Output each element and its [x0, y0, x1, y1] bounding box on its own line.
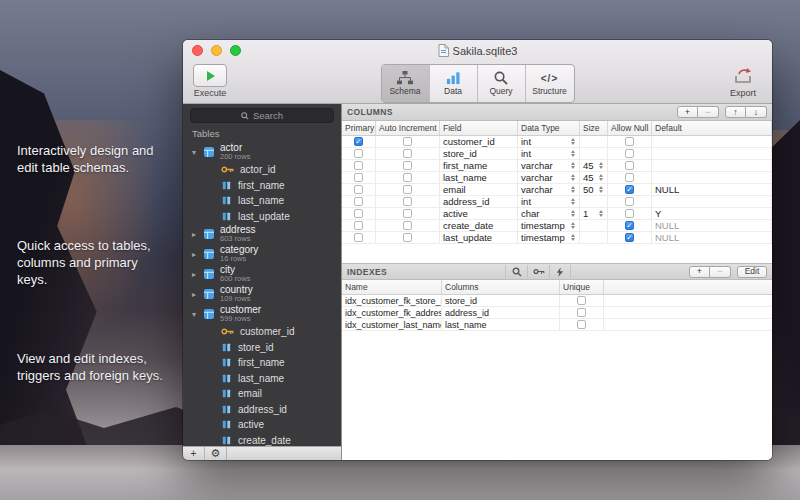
field-name[interactable]: email [443, 184, 466, 195]
stepper-icon[interactable] [599, 210, 604, 217]
disclosure-closed-icon[interactable]: ▸ [192, 230, 202, 239]
data-type-value[interactable]: varchar [521, 172, 553, 183]
primary-checkbox[interactable] [354, 221, 363, 230]
size-value[interactable]: 50 [583, 184, 594, 195]
stepper-icon[interactable] [571, 150, 576, 157]
disclosure-closed-icon[interactable]: ▸ [192, 290, 202, 299]
index-columns[interactable]: store_id [445, 296, 477, 306]
add-table-button[interactable]: + [183, 447, 205, 460]
stepper-icon[interactable] [571, 222, 576, 229]
auto-increment-checkbox[interactable] [403, 233, 412, 242]
index-name[interactable]: idx_customer_last_name [345, 320, 442, 330]
column-row[interactable]: ✓customer_idint [342, 136, 772, 148]
sidebar-column-row[interactable]: last_name [183, 371, 341, 387]
auto-increment-checkbox[interactable] [403, 209, 412, 218]
field-name[interactable]: first_name [443, 160, 487, 171]
allow-null-checkbox[interactable]: ✓ [625, 233, 634, 242]
auto-increment-checkbox[interactable] [403, 197, 412, 206]
mode-tab-schema[interactable]: Schema [382, 65, 430, 102]
field-name[interactable]: last_update [443, 232, 492, 243]
stepper-icon[interactable] [599, 162, 604, 169]
field-name[interactable]: active [443, 208, 468, 219]
default-value[interactable]: Y [655, 208, 661, 219]
primary-checkbox[interactable] [354, 209, 363, 218]
sidebar-column-row[interactable]: store_id [183, 340, 341, 356]
primary-checkbox[interactable] [354, 161, 363, 170]
column-row[interactable]: first_namevarchar45 [342, 160, 772, 172]
data-type-value[interactable]: char [521, 208, 539, 219]
auto-increment-checkbox[interactable] [403, 137, 412, 146]
data-type-value[interactable]: varchar [521, 160, 553, 171]
column-row[interactable]: create_datetimestamp✓NULL [342, 220, 772, 232]
search-input[interactable]: Search [190, 108, 334, 123]
add-index-button[interactable]: + [689, 266, 710, 278]
remove-index-button[interactable]: − [710, 266, 731, 278]
auto-increment-checkbox[interactable] [403, 149, 412, 158]
field-name[interactable]: create_date [443, 220, 493, 231]
auto-increment-checkbox[interactable] [403, 173, 412, 182]
stepper-icon[interactable] [571, 186, 576, 193]
data-type-value[interactable]: int [521, 136, 531, 147]
export-button[interactable] [726, 64, 760, 87]
index-row[interactable]: idx_customer_last_namelast_name [342, 319, 772, 331]
search-filter-icon[interactable] [505, 265, 527, 278]
column-row[interactable]: activechar1Y [342, 208, 772, 220]
sidebar-column-row[interactable]: last_name [183, 193, 341, 209]
auto-increment-checkbox[interactable] [403, 161, 412, 170]
allow-null-checkbox[interactable] [625, 209, 634, 218]
mode-tab-data[interactable]: Data [430, 65, 478, 102]
sidebar-column-row[interactable]: create_date [183, 433, 341, 447]
minimize-button[interactable] [211, 45, 222, 56]
unique-checkbox[interactable] [577, 320, 586, 329]
disclosure-closed-icon[interactable]: ▸ [192, 250, 202, 259]
index-row[interactable]: idx_customer_fk_store_idstore_id [342, 295, 772, 307]
settings-gear-button[interactable]: ⚙ [205, 447, 227, 460]
size-value[interactable]: 45 [583, 160, 594, 171]
primary-checkbox[interactable] [354, 233, 363, 242]
data-type-value[interactable]: timestamp [521, 232, 565, 243]
sidebar-column-row[interactable]: first_name [183, 355, 341, 371]
index-columns[interactable]: last_name [445, 320, 487, 330]
disclosure-open-icon[interactable]: ▾ [192, 148, 202, 157]
data-type-value[interactable]: int [521, 196, 531, 207]
disclosure-closed-icon[interactable]: ▸ [192, 270, 202, 279]
unique-checkbox[interactable] [577, 308, 586, 317]
allow-null-checkbox[interactable] [625, 197, 634, 206]
primary-checkbox[interactable] [354, 149, 363, 158]
stepper-icon[interactable] [571, 210, 576, 217]
sidebar-column-row[interactable]: address_id [183, 402, 341, 418]
stepper-icon[interactable] [571, 234, 576, 241]
auto-increment-checkbox[interactable] [403, 185, 412, 194]
column-row[interactable]: emailvarchar50✓NULL [342, 184, 772, 196]
stepper-icon[interactable] [571, 198, 576, 205]
field-name[interactable]: customer_id [443, 136, 495, 147]
field-name[interactable]: last_name [443, 172, 487, 183]
sidebar-table-row[interactable]: ▸country109 rows [183, 284, 341, 304]
sidebar-column-row[interactable]: customer_id [183, 324, 341, 340]
field-name[interactable]: store_id [443, 148, 477, 159]
add-column-button[interactable]: + [677, 106, 698, 118]
sidebar-column-row[interactable]: email [183, 386, 341, 402]
stepper-icon[interactable] [599, 186, 604, 193]
primary-checkbox[interactable] [354, 185, 363, 194]
primary-checkbox[interactable]: ✓ [354, 137, 363, 146]
field-name[interactable]: address_id [443, 196, 489, 207]
edit-index-button[interactable]: Edit [737, 266, 767, 278]
index-name[interactable]: idx_customer_fk_addres... [345, 308, 442, 318]
allow-null-checkbox[interactable] [625, 173, 634, 182]
default-value[interactable]: NULL [655, 232, 679, 243]
sidebar-table-row[interactable]: ▾actor200 rows [183, 142, 341, 162]
default-value[interactable]: NULL [655, 220, 679, 231]
allow-null-checkbox[interactable] [625, 149, 634, 158]
titlebar[interactable]: Sakila.sqlite3 [183, 40, 772, 61]
column-row[interactable]: address_idint [342, 196, 772, 208]
data-type-value[interactable]: int [521, 148, 531, 159]
sidebar-column-row[interactable]: first_name [183, 178, 341, 194]
allow-null-checkbox[interactable] [625, 161, 634, 170]
index-row[interactable]: idx_customer_fk_addres...address_id [342, 307, 772, 319]
column-row[interactable]: store_idint [342, 148, 772, 160]
auto-increment-checkbox[interactable] [403, 221, 412, 230]
sidebar-column-row[interactable]: actor_id [183, 162, 341, 178]
allow-null-checkbox[interactable]: ✓ [625, 221, 634, 230]
sidebar-column-row[interactable]: active [183, 417, 341, 433]
